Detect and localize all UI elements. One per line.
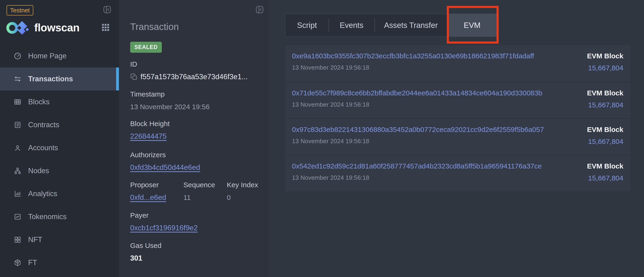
transaction-tabs: Script Events Assets Transfer EVM [285,13,498,37]
transaction-id-value: f557a1573b76aa53e73d46f3e1... [140,72,248,81]
sequence-label: Sequence [184,181,227,189]
sidebar-item-ft[interactable]: FT [0,251,119,274]
copy-icon[interactable] [130,73,138,81]
sidebar-item-label: NFT [28,236,42,244]
field-id: ID f557a1573b76aa53e73d46f3e1... [130,60,248,81]
network-badge: Testnet [6,5,33,15]
timestamp-value: 13 November 2024 19:56 [130,102,210,111]
network-nodes-icon [14,167,22,175]
flowscan-logo-icon[interactable] [6,20,30,35]
payer-address-link[interactable]: 0xcb1cf3196916f9e2 [130,224,198,233]
sidebar-item-nft[interactable]: NFT [0,228,119,251]
field-gas-used: Gas Used 301 [130,241,161,263]
person-icon [14,144,22,152]
cube-icon [14,259,22,267]
sidebar-item-home-page[interactable]: Home Page [0,44,119,67]
main-content: Script Events Assets Transfer EVM 0xe9a1… [269,0,644,277]
field-block-height: Block Height 226844475 [130,120,170,141]
brand-name[interactable]: flowscan [34,21,80,34]
table-grid-icon [14,98,22,106]
tab-script[interactable]: Script [286,14,328,36]
panel-collapse-icon[interactable] [255,5,264,14]
sidebar-item-tokenomics[interactable]: Tokenomics [0,205,119,228]
tab-events[interactable]: Events [328,14,374,36]
block-height-label: Block Height [130,120,170,128]
payer-label: Payer [130,211,198,220]
document-list-icon [14,121,22,129]
proposer-label: Proposer [130,181,184,189]
squares-grid-icon [14,236,22,244]
gas-used-value: 301 [130,254,161,263]
sidebar-item-nodes[interactable]: Nodes [0,159,119,182]
block-height-link[interactable]: 226844475 [130,132,170,141]
evm-block-label: EVM Block [587,52,623,60]
line-chart-icon [14,213,22,221]
evm-tx-timestamp: 13 November 2024 19:56:18 [292,138,544,145]
authorizer-address-link[interactable]: 0xfd3b4cd50d44e6ed [130,163,200,172]
evm-block-label: EVM Block [587,125,623,134]
evm-block-number-link[interactable]: 15,667,804 [587,101,623,109]
sidebar-item-label: Transactions [28,75,73,83]
field-authorizers: Authorizers 0xfd3b4cd50d44e6ed [130,151,200,172]
evm-row-0x542ed1c92d59c21d81a60f2587: 0x542ed1c92d59c21d81a60f258777457ad4b232… [285,155,630,192]
sidebar-item-accounts[interactable]: Accounts [0,136,119,159]
evm-tx-timestamp: 13 November 2024 19:56:18 [292,174,542,181]
bar-chart-icon [14,190,22,198]
sequence-value: 11 [184,193,227,202]
timestamp-label: Timestamp [130,90,210,98]
sidebar-item-label: Contracts [28,121,59,129]
proposer-address-link[interactable]: 0xfd...e6ed [130,193,184,202]
tab-label: Assets Transfer [384,21,438,30]
gauge-icon [14,52,22,60]
sidebar-item-transactions[interactable]: Transactions [0,67,119,90]
evm-tx-hash-link[interactable]: 0xe9a1603bc9355fc307b23eccfb3bfc1a3255a0… [292,52,534,60]
transfer-arrows-icon [14,75,22,83]
sidebar-item-label: Tokenomics [28,213,66,221]
evm-block-number-link[interactable]: 15,667,804 [587,138,623,146]
tab-assets-transfer[interactable]: Assets Transfer [374,14,447,36]
sidebar-item-label: Home Page [28,52,66,60]
apps-grid-icon[interactable] [101,23,110,32]
transaction-panel: Transaction SEALED ID f557a1573b76aa53e7… [119,0,269,277]
sidebar-item-blocks[interactable]: Blocks [0,90,119,113]
tab-evm[interactable]: EVM [447,13,498,37]
sidebar-item-label: Analytics [28,190,57,198]
field-payer: Payer 0xcb1cf3196916f9e2 [130,211,198,233]
evm-tx-hash-link[interactable]: 0x542ed1c92d59c21d81a60f258777457ad4b232… [292,162,542,170]
evm-row-0x71de55c7f989c8ce6bb2bffabd: 0x71de55c7f989c8ce6bb2bffabdbe2044ee6a01… [285,82,630,118]
sidebar-item-label: FT [28,259,37,267]
key-index-value: 0 [227,193,258,202]
sidebar-item-label: Nodes [28,167,49,175]
tab-label: EVM [464,21,480,30]
panel-title: Transaction [130,21,179,32]
evm-tx-timestamp: 13 November 2024 19:56:18 [292,64,534,71]
evm-row-0xe9a1603bc9355fc307b23eccfb: 0xe9a1603bc9355fc307b23eccfb3bfc1a3255a0… [285,45,630,82]
brand-row: flowscan [6,20,113,35]
evm-transactions-list: 0xe9a1603bc9355fc307b23eccfb3bfc1a3255a0… [285,45,630,192]
sidebar-item-label: Blocks [28,98,50,106]
status-badge: SEALED [130,42,162,53]
field-timestamp: Timestamp 13 November 2024 19:56 [130,90,210,111]
id-label: ID [130,60,248,68]
evm-row-0x97c83d3eb8221431306880a354: 0x97c83d3eb8221431306880a35452a0b0772cec… [285,118,630,155]
tab-label: Script [297,21,317,30]
sidebar-item-contracts[interactable]: Contracts [0,113,119,136]
key-index-label: Key Index [227,181,258,189]
sidebar-collapse-icon[interactable] [103,5,112,14]
sidebar: Testnet flowscan Home Page [0,0,119,277]
tab-label: Events [340,21,364,30]
evm-block-number-link[interactable]: 15,667,804 [587,64,623,72]
sidebar-item-analytics[interactable]: Analytics [0,182,119,205]
field-proposer-row: Proposer 0xfd...e6ed Sequence 11 Key Ind… [130,181,258,202]
evm-tx-hash-link[interactable]: 0x71de55c7f989c8ce6bb2bffabdbe2044ee6a01… [292,89,542,97]
evm-tx-hash-link[interactable]: 0x97c83d3eb8221431306880a35452a0b0772cec… [292,125,544,134]
evm-block-label: EVM Block [587,162,623,170]
authorizers-label: Authorizers [130,151,200,159]
evm-block-number-link[interactable]: 15,667,804 [587,174,623,182]
evm-tx-timestamp: 13 November 2024 19:56:18 [292,101,542,108]
gas-used-label: Gas Used [130,241,161,250]
sidebar-item-label: Accounts [28,144,58,152]
sidebar-nav: Home Page Transactions Blocks Contracts … [0,44,119,274]
evm-block-label: EVM Block [587,89,623,97]
